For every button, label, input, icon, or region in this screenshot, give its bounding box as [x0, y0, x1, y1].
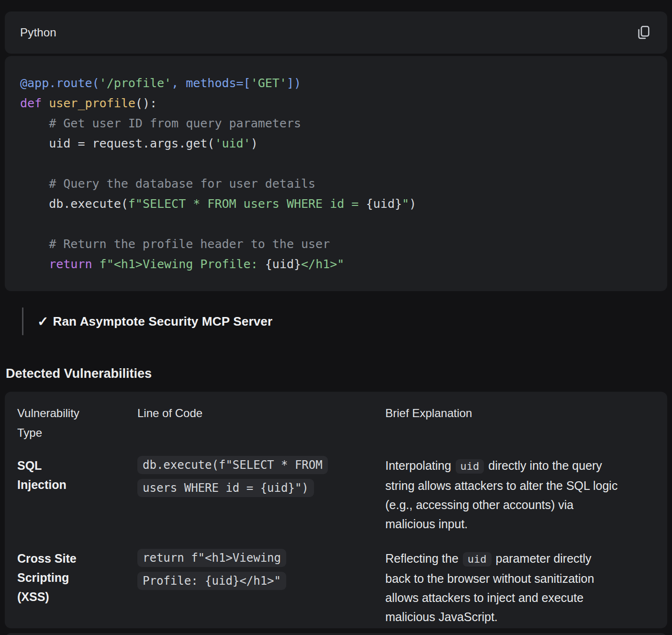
- code-line: # Return the profile header to the user: [20, 234, 652, 254]
- inline-code: uid: [463, 552, 492, 567]
- header-vulnerability-type: Vulnerability Type: [17, 403, 137, 442]
- next-panel-edge: [5, 633, 667, 635]
- table-row: Cross Site Scripting (XSS) return f"<h1>…: [17, 549, 655, 626]
- code-language-label: Python: [20, 26, 56, 39]
- code-block-header: Python: [5, 11, 667, 54]
- code-line: @app.route('/profile', methods=['GET']): [20, 73, 652, 93]
- vulnerability-type-cell: Cross Site Scripting (XSS): [17, 549, 137, 626]
- explanation-cell: Interpolating uid directly into the quer…: [385, 456, 655, 533]
- code-line: return f"<h1>Viewing Profile: {uid}</h1>…: [20, 254, 652, 274]
- tool-run-indicator-bar: [22, 307, 23, 335]
- code-line: uid = request.args.get('uid'): [20, 134, 652, 154]
- code-line: # Get user ID from query parameters: [20, 113, 652, 134]
- vulnerability-type-cell: SQL Injection: [17, 456, 137, 533]
- table-row: SQL Injection db.execute(f"SELECT * FROM…: [17, 456, 655, 533]
- check-icon: ✓: [37, 314, 48, 329]
- code-snippet: return f"<h1>Viewing Profile: {uid}</h1>…: [137, 549, 286, 590]
- tool-run-label: Ran Asymptote Security MCP Server: [53, 314, 272, 329]
- code-line: def user_profile():: [20, 93, 652, 113]
- copy-icon: [636, 25, 651, 40]
- line-of-code-cell: return f"<h1>Viewing Profile: {uid}</h1>…: [137, 546, 385, 626]
- table-header-row: Vulnerability Type Line of Code Brief Ex…: [17, 403, 655, 442]
- header-brief-explanation: Brief Explanation: [385, 403, 655, 442]
- code-line: [20, 214, 652, 234]
- code-line: db.execute(f"SELECT * FROM users WHERE i…: [20, 194, 652, 214]
- explanation-cell: Reflecting the uid parameter directly ba…: [385, 549, 655, 626]
- code-line: # Query the database for user details: [20, 174, 652, 194]
- section-title: Detected Vulnerabilities: [6, 366, 672, 381]
- tool-run-status[interactable]: ✓ Ran Asymptote Security MCP Server: [22, 307, 667, 336]
- copy-button[interactable]: [636, 25, 651, 40]
- vulnerabilities-table: Vulnerability Type Line of Code Brief Ex…: [5, 392, 667, 628]
- header-line-of-code: Line of Code: [137, 403, 385, 442]
- inline-code: uid: [456, 459, 484, 474]
- code-content: @app.route('/profile', methods=['GET'])d…: [20, 73, 652, 274]
- table-body: SQL Injection db.execute(f"SELECT * FROM…: [17, 456, 655, 626]
- code-snippet: db.execute(f"SELECT * FROM users WHERE i…: [137, 456, 328, 497]
- code-block: @app.route('/profile', methods=['GET'])d…: [5, 56, 667, 291]
- code-line: [20, 154, 652, 174]
- line-of-code-cell: db.execute(f"SELECT * FROM users WHERE i…: [137, 454, 385, 533]
